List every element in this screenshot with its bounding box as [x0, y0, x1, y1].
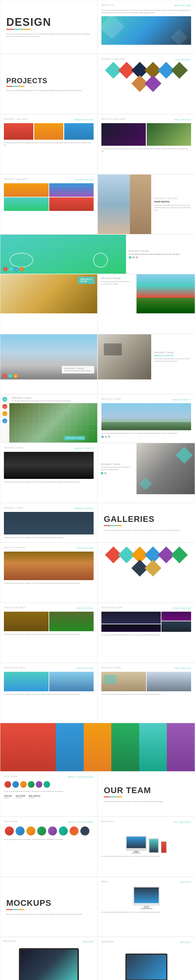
project-single2-photo: [136, 443, 195, 494]
poppy-content: PROJECT PAGE Far far away, behind the wo…: [98, 274, 136, 313]
slide-mosaic: [0, 723, 195, 772]
black-photo: [4, 452, 94, 479]
pg-two-photo-label: PHOTO GALLERY: [4, 546, 25, 549]
continued-desc: Far far away, behind the word mountains,…: [4, 536, 94, 539]
row-mockups-header: MOCKUPS Far far away, behind the word mo…: [0, 877, 195, 937]
row-9: PROJECT PAGE SINGLE PHOTO Far far away, …: [0, 443, 195, 503]
gb-label-row: PHOTO GALLERY TWO PHOTOS: [4, 667, 94, 670]
slide-poppy: PROJECT PAGE Far far away, behind the wo…: [97, 274, 195, 334]
bicycle-info: PROJECT PAGE Far far away, behind the wo…: [126, 235, 195, 274]
projects-title: PROJECTS: [6, 76, 91, 85]
two-desc: Far far away, behind the word mountains,…: [101, 148, 191, 152]
pt-desc: Far far away, behind the word mountains,…: [101, 693, 191, 695]
slide-team-listing: Our Team MEET OUR FRIENDS Far far away, …: [0, 816, 97, 877]
small-avatars: [4, 781, 94, 788]
tiles-overlay: PROJECT PAGE: [64, 436, 85, 440]
avatar-3: [20, 781, 27, 788]
ship-social: f t g: [3, 374, 18, 378]
single-photo: [101, 403, 191, 430]
blue-photo-1: [4, 672, 49, 691]
gtd-label-row: PHOTO GALLERY TWO PHOTOS: [4, 606, 94, 610]
gallery-bear-photo: [4, 552, 94, 580]
ad-desc: Far far away, behind the word mountains,…: [101, 855, 191, 858]
photo-8: [49, 183, 94, 197]
linkedin-icon: in: [14, 267, 18, 271]
project-two-photo-1: [101, 672, 146, 691]
slide-diamond-gallery: [97, 542, 195, 603]
ship-overlay: PROJECT PAGE Far far away, behind the wo…: [62, 366, 94, 374]
bicycle-layout: f t in r PROJECT PAGE Far far away, behi…: [0, 235, 195, 274]
gal-diamond-6: [171, 546, 188, 563]
tl-avatar-2: [16, 826, 25, 835]
dark-four-grid: [101, 612, 191, 632]
four-gallery-label: PROJECT GALLERY: [4, 178, 29, 180]
tl-meet-label: MEET OUR FRIENDS: [68, 821, 94, 823]
tiles-text: PROJECT PAGE Far far away, behind the wo…: [9, 395, 97, 403]
dot-3: [136, 256, 138, 259]
single-nav-dots: [101, 436, 191, 438]
diamond-grid: [101, 64, 191, 90]
tl-avatar-7: [70, 826, 79, 835]
row-8: ● ● ● ● PROJECT PAGE Far far away, behin…: [0, 394, 195, 443]
slide-gallery-two-dog: PHOTO GALLERY TWO PHOTOS Far far away, b…: [0, 603, 97, 663]
dark-four-left: [101, 612, 161, 632]
two-gallery-label: PROJECT GALLERY: [101, 118, 126, 120]
pg-two-photos-label: TWO PHOTOS: [76, 547, 94, 549]
black-project-label: PROJECT PAGE: [4, 447, 24, 449]
mockups-title: MOCKUPS: [6, 898, 91, 908]
bicycle-project-tag: PROJECT PAGE: [129, 250, 192, 252]
gb-desc: Far far away, behind the word mountains,…: [4, 693, 94, 695]
slide-three-photos: PROJECT GALLERY THREE PHOTOS Far far awa…: [0, 114, 97, 174]
single-dot-3: [108, 436, 110, 438]
continued-project-label: PROJECT PAGE: [4, 507, 24, 509]
macbook-device: [19, 948, 79, 980]
slide-galleries-title: GALLERIES Far far away, behind the word …: [97, 503, 195, 542]
gal-diamond-8: [144, 560, 162, 577]
poppy-desc: Far far away, behind the word mountains,…: [101, 280, 133, 285]
dark-photo-2: [101, 624, 161, 632]
four-right: [49, 183, 94, 211]
gfd-label-row: PHOTO GALLERY FOUR PHOTOS: [101, 606, 191, 610]
tl-label: Our Team: [4, 821, 17, 822]
blue-photo-grid: [4, 672, 94, 691]
row-1: DESIGN Far far away, behind the word mou…: [0, 0, 195, 54]
about-label: ABOUT US: [101, 4, 114, 6]
dark-photo-3: [162, 612, 191, 621]
single-desc: Far far away, behind the word mountains,…: [101, 432, 191, 434]
bicycle-nav-dots: [129, 256, 192, 259]
photo-7: [4, 197, 49, 211]
ad-all-label: ALL DEVICES: [174, 821, 191, 823]
four-photo-grid: [4, 183, 94, 211]
row-3: PROJECT GALLERY THREE PHOTOS Far far awa…: [0, 114, 195, 174]
who-label: WHO WE ARE: [174, 5, 191, 6]
pt-label: PROJECT PAGE: [101, 667, 121, 669]
mb-mockup-label: MOCKUP: [83, 941, 94, 943]
imac-device: [133, 886, 160, 909]
tiles-layout: ● ● ● ● PROJECT PAGE Far far away, behin…: [0, 395, 97, 442]
galleries-underline: [104, 525, 122, 526]
galleries-title: GALLERIES: [104, 514, 189, 524]
design-title: DESIGN: [6, 17, 91, 28]
slide-bicycle: f t in r PROJECT PAGE Far far away, behi…: [0, 234, 195, 274]
ots-label: Our Team: [4, 775, 17, 778]
continued-label-row: PROJECT PAGE SINGLE PHOTO: [4, 507, 94, 510]
tiles-icon-4: ●: [2, 418, 7, 423]
sunflower-overlay: PROJECT PAGE: [78, 277, 95, 284]
sunflower-layout: PROJECT PAGE: [0, 274, 97, 313]
all-imac-base: [132, 853, 141, 853]
ad-label-row: MOCKUPS ALL DEVICES: [101, 821, 191, 824]
tl-avatar-5: [48, 826, 57, 835]
black-desc: Far far away, behind the word mountains,…: [4, 481, 94, 483]
single-project-label: PROJECT PAGE: [101, 398, 121, 400]
slide-project-two: PROJECT PAGE TWO PHOTOS Far far away, be…: [97, 663, 195, 723]
ship-layout: PROJECT PAGE Far far away, behind the wo…: [0, 334, 97, 379]
tl-label-row: Our Team MEET OUR FRIENDS: [4, 821, 94, 824]
tiles-icon-2: ●: [2, 404, 7, 409]
about-label-row: ABOUT US WHO WE ARE: [101, 4, 191, 7]
slide-mockups-title: MOCKUPS Far far away, behind the word mo…: [0, 877, 97, 937]
three-desc: Far far away, behind the word mountains,…: [4, 142, 94, 146]
photo-4: [101, 123, 146, 146]
three-label-row: PROJECT GALLERY THREE PHOTOS: [4, 118, 94, 121]
bicycle-social: f t in r: [3, 267, 24, 271]
team-listing-avatars: [4, 826, 94, 837]
